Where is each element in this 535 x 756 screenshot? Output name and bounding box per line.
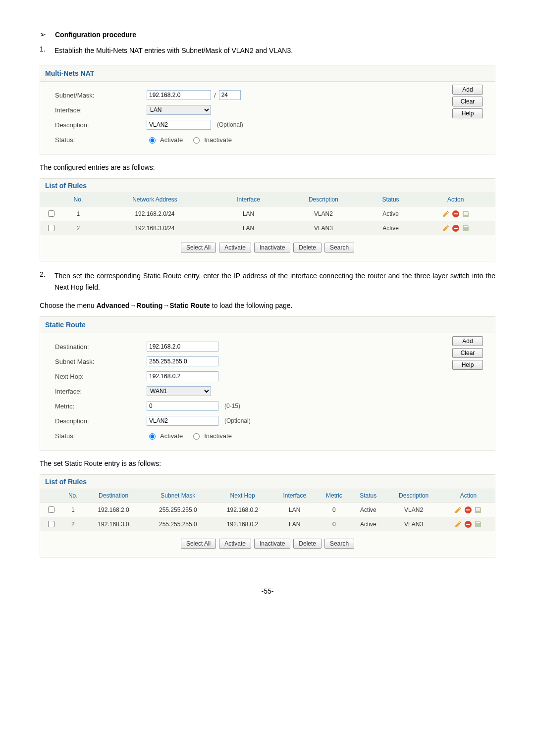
row-checkbox[interactable] [48, 210, 54, 217]
description-label: Description: [55, 121, 147, 129]
subnet-input[interactable] [147, 90, 211, 100]
info-icon[interactable] [474, 520, 482, 528]
cell-desc: VLAN3 [385, 517, 441, 531]
cell-mask: 255.255.255.0 [143, 517, 213, 531]
configured-entries-text: The configured entries are as follows: [40, 163, 495, 171]
row-checkbox[interactable] [48, 506, 54, 513]
activate-radio[interactable] [149, 137, 156, 144]
subnet-mask-input[interactable] [147, 356, 218, 366]
activate-button[interactable]: Activate [219, 243, 251, 252]
step-2: 2. Then set the corresponding Static Rou… [40, 270, 495, 293]
optional-hint: (Optional) [217, 121, 243, 128]
cell-status: Active [351, 517, 385, 531]
info-icon[interactable] [462, 224, 470, 232]
cell-iface: LAN [215, 206, 282, 221]
table-row: 2192.168.3.0255.255.255.0192.168.0.2LAN0… [40, 517, 495, 531]
next-hop-input[interactable] [147, 371, 218, 381]
search-button[interactable]: Search [324, 243, 354, 252]
step-text: Then set the corresponding Static Route … [54, 270, 495, 293]
activate-radio[interactable] [149, 433, 156, 440]
svg-rect-17 [476, 522, 480, 523]
inactivate-radio[interactable] [193, 433, 200, 440]
edit-icon[interactable] [454, 506, 462, 514]
cell-no: 2 [62, 517, 84, 531]
interface-label: Interface: [55, 106, 147, 114]
delete-icon[interactable] [452, 210, 460, 218]
col-iface: Interface [272, 489, 317, 503]
col-action: Action [442, 489, 495, 503]
cell-action [442, 517, 495, 531]
activate-button[interactable]: Activate [219, 539, 251, 549]
cidr-input[interactable] [219, 90, 241, 100]
metric-input[interactable] [147, 401, 218, 411]
col-desc: Description [385, 489, 441, 503]
add-button[interactable]: Add [452, 336, 483, 346]
choose-menu-text: Choose the menu Advanced→Routing→Static … [40, 302, 495, 309]
button-column: Add Clear Help [452, 85, 483, 118]
inactivate-button[interactable]: Inactivate [254, 539, 290, 549]
col-status: Status [351, 489, 385, 503]
inactivate-radio[interactable] [193, 137, 200, 144]
row-checkbox[interactable] [48, 225, 54, 231]
interface-select[interactable]: WAN1 [147, 386, 211, 396]
delete-icon[interactable] [464, 506, 472, 514]
rules1-title: List of Rules [40, 178, 495, 193]
edit-icon[interactable] [442, 224, 450, 232]
rules2-title: List of Rules [40, 474, 495, 489]
rules1-table: No. Network Address Interface Descriptio… [40, 193, 495, 261]
subnet-mask-label: Subnet Mask: [55, 358, 147, 365]
metric-label: Metric: [55, 403, 147, 410]
step-number: 2. [40, 270, 54, 293]
edit-icon[interactable] [454, 520, 462, 528]
description-input[interactable] [147, 416, 218, 426]
col-netaddr: Network Address [95, 193, 215, 206]
col-iface: Interface [215, 193, 282, 206]
button-column: Add Clear Help [452, 336, 483, 370]
activate-label: Activate [160, 432, 183, 440]
edit-icon[interactable] [442, 210, 450, 218]
slash: / [214, 92, 216, 99]
svg-rect-13 [476, 509, 480, 510]
interface-select[interactable]: LAN [147, 105, 211, 115]
activate-label: Activate [160, 136, 183, 144]
inactivate-label: Inactivate [204, 136, 232, 144]
col-nexthop: Next Hop [213, 489, 272, 503]
col-desc: Description [282, 193, 365, 206]
select-all-button[interactable]: Select All [181, 243, 216, 252]
cell-status: Active [365, 206, 417, 221]
table-row: 2192.168.3.0/24LANVLAN3Active [40, 221, 495, 235]
row-checkbox[interactable] [48, 521, 54, 527]
delete-icon[interactable] [464, 520, 472, 528]
destination-label: Destination: [55, 343, 147, 351]
col-dest: Destination [84, 489, 143, 503]
info-icon[interactable] [462, 210, 470, 218]
status-label: Status: [55, 432, 147, 440]
col-status: Status [365, 193, 417, 206]
inactivate-button[interactable]: Inactivate [254, 243, 290, 252]
description-input[interactable] [147, 120, 211, 130]
inactivate-label: Inactivate [204, 432, 232, 440]
clear-button[interactable]: Clear [452, 348, 483, 358]
help-button[interactable]: Help [452, 108, 483, 118]
svg-rect-6 [454, 228, 458, 229]
col-metric: Metric [317, 489, 351, 503]
search-button[interactable]: Search [324, 539, 354, 549]
cell-mask: 255.255.255.0 [143, 503, 213, 517]
clear-button[interactable]: Clear [452, 97, 483, 106]
svg-rect-8 [464, 228, 468, 228]
svg-rect-2 [464, 212, 468, 213]
info-icon[interactable] [474, 506, 482, 514]
help-button[interactable]: Help [452, 360, 483, 370]
select-all-button[interactable]: Select All [181, 539, 216, 549]
destination-input[interactable] [147, 342, 218, 352]
add-button[interactable]: Add [452, 85, 483, 95]
delete-button[interactable]: Delete [293, 539, 321, 549]
cell-desc: VLAN2 [282, 206, 365, 221]
step-text: Establish the Multi-Nets NAT entries wit… [54, 45, 495, 56]
delete-icon[interactable] [452, 224, 460, 232]
delete-button[interactable]: Delete [293, 243, 321, 252]
optional-hint: (Optional) [224, 417, 251, 424]
svg-rect-14 [476, 510, 480, 511]
cell-addr: 192.168.2.0/24 [95, 206, 215, 221]
cell-nexthop: 192.168.0.2 [213, 503, 272, 517]
